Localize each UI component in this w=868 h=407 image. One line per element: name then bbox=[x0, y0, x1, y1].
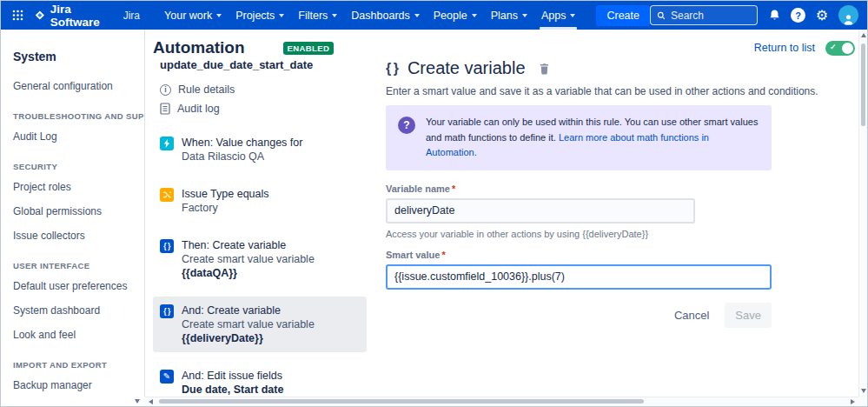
rule-details-link[interactable]: Rule details bbox=[153, 80, 367, 99]
nav-item-apps[interactable]: Apps bbox=[534, 1, 583, 30]
sidebar-title: System bbox=[1, 30, 144, 74]
smart-value-field: Smart value* bbox=[386, 250, 772, 290]
sidebar-item-general-configuration[interactable]: General configuration bbox=[1, 74, 144, 98]
horizontal-scrollbar[interactable] bbox=[145, 397, 858, 406]
variable-name-help: Access your variable in other actions by… bbox=[386, 229, 772, 239]
chevron-down-icon bbox=[472, 14, 477, 17]
cancel-button[interactable]: Cancel bbox=[674, 309, 709, 322]
sidebar-scroll-down-arrow[interactable] bbox=[135, 399, 140, 404]
step-subtitle: Factory bbox=[182, 201, 269, 215]
nav-item-your-work[interactable]: Your work bbox=[157, 1, 229, 30]
rule-step-then-create-variable[interactable]: Then: Create variable Create smart value… bbox=[153, 231, 367, 287]
chevron-down-icon bbox=[279, 14, 284, 17]
branch-icon bbox=[160, 188, 174, 202]
nav-item-dashboards[interactable]: Dashboards bbox=[344, 1, 426, 30]
step-title: Then: Create variable bbox=[182, 238, 315, 252]
scroll-left-arrow[interactable] bbox=[149, 399, 153, 404]
rule-enabled-toggle[interactable] bbox=[825, 41, 855, 56]
create-button[interactable]: Create bbox=[596, 5, 650, 26]
sidebar-item-backup-manager[interactable]: Backup manager bbox=[1, 373, 144, 397]
help-icon[interactable] bbox=[791, 8, 805, 23]
sidebar-item-look-and-feel[interactable]: Look and feel bbox=[1, 323, 144, 347]
braces-icon bbox=[386, 61, 398, 77]
sidebar-item-audit-log[interactable]: Audit Log bbox=[1, 124, 144, 149]
sidebar-item-project-roles[interactable]: Project roles bbox=[1, 175, 144, 199]
form-actions: Cancel Save bbox=[386, 303, 772, 328]
navbar-left: Jira Software Jira Your work Projects Fi… bbox=[10, 1, 650, 30]
trash-icon[interactable] bbox=[539, 63, 550, 75]
required-marker: * bbox=[452, 183, 455, 194]
chevron-down-icon bbox=[522, 14, 527, 17]
nav-item-people[interactable]: People bbox=[427, 1, 484, 30]
navbar-right bbox=[650, 5, 858, 25]
rule-step-and-create-variable[interactable]: And: Create variable Create smart value … bbox=[153, 297, 367, 352]
smart-value-input[interactable] bbox=[386, 264, 772, 290]
braces-icon bbox=[160, 239, 174, 253]
sidebar-item-default-user-preferences[interactable]: Default user preferences bbox=[1, 274, 144, 298]
sidebar-section-security: SECURITY bbox=[1, 149, 144, 175]
rule-nav: Rule details Audit log bbox=[153, 80, 367, 118]
rule-step-edit-issue-fields[interactable]: And: Edit issue fields Due date, Start d… bbox=[153, 362, 367, 397]
variable-name-field: Variable name* Access your variable in o… bbox=[386, 183, 772, 239]
form-description: Enter a smart value and save it as a var… bbox=[386, 85, 772, 97]
vertical-scroll-thumb[interactable] bbox=[861, 43, 865, 126]
notifications-icon[interactable] bbox=[765, 7, 783, 24]
scroll-right-arrow[interactable] bbox=[851, 399, 855, 404]
chevron-down-icon bbox=[570, 14, 575, 17]
jira-logo-icon bbox=[35, 9, 45, 22]
search-box[interactable] bbox=[650, 5, 758, 25]
nav-item-plans[interactable]: Plans bbox=[484, 1, 534, 30]
rule-steps-list: When: Value changes for Data Rilascio QA… bbox=[153, 129, 367, 397]
chevron-down-icon bbox=[216, 14, 222, 17]
app-switcher-icon[interactable] bbox=[10, 7, 26, 23]
rule-name: update_due_date_start_date bbox=[153, 58, 367, 71]
toggle-knob bbox=[842, 43, 853, 54]
nav-item-projects[interactable]: Projects bbox=[229, 1, 291, 30]
product-name: Jira Software bbox=[50, 3, 108, 29]
step-detail: {{dataQA}} bbox=[182, 266, 315, 280]
enabled-badge: ENABLED bbox=[283, 42, 335, 55]
sidebar-item-system-dashboard[interactable]: System dashboard bbox=[1, 298, 144, 323]
rule-step-condition[interactable]: Issue Type equals Factory bbox=[153, 180, 367, 222]
info-icon bbox=[160, 84, 171, 96]
settings-sidebar: System General configuration TROUBLESHOO… bbox=[1, 30, 145, 397]
nav-item-filters[interactable]: Filters bbox=[291, 1, 344, 30]
horizontal-scroll-thumb[interactable] bbox=[159, 399, 644, 404]
create-variable-form: Create variable Enter a smart value and … bbox=[386, 58, 772, 328]
step-title: When: Value changes for bbox=[182, 136, 302, 150]
search-icon bbox=[657, 10, 666, 21]
user-avatar[interactable] bbox=[838, 5, 858, 25]
smart-value-label: Smart value* bbox=[386, 250, 772, 260]
rule-steps-panel: update_due_date_start_date Rule details … bbox=[153, 58, 367, 397]
automation-main: Automation ENABLED Return to list update… bbox=[145, 30, 858, 397]
top-navbar: Jira Software Jira Your work Projects Fi… bbox=[1, 1, 867, 30]
form-header: Create variable bbox=[386, 58, 772, 78]
step-subtitle: Create smart value variable bbox=[182, 252, 315, 266]
required-marker: * bbox=[441, 250, 445, 260]
save-button[interactable]: Save bbox=[725, 303, 772, 328]
scroll-up-arrow[interactable] bbox=[861, 33, 866, 37]
sidebar-section-troubleshooting: TROUBLESHOOTING AND SUPPORT bbox=[1, 98, 144, 124]
page-title: Automation bbox=[153, 38, 245, 57]
question-icon bbox=[398, 117, 415, 134]
audit-log-link[interactable]: Audit log bbox=[153, 99, 367, 118]
automation-header: Automation ENABLED Return to list bbox=[145, 30, 858, 57]
rule-step-trigger[interactable]: When: Value changes for Data Rilascio QA bbox=[153, 129, 367, 170]
sidebar-section-user-interface: USER INTERFACE bbox=[1, 248, 144, 274]
settings-icon[interactable] bbox=[813, 7, 831, 24]
jira-logo[interactable]: Jira Software bbox=[35, 3, 108, 29]
chevron-down-icon bbox=[414, 14, 420, 17]
sidebar-section-import-export: IMPORT AND EXPORT bbox=[1, 347, 144, 373]
scrollbar-corner bbox=[858, 397, 867, 406]
person-icon bbox=[842, 13, 855, 25]
bolt-icon bbox=[160, 137, 174, 150]
scroll-down-arrow[interactable] bbox=[861, 389, 866, 393]
sidebar-item-issue-collectors[interactable]: Issue collectors bbox=[1, 224, 144, 248]
search-input[interactable] bbox=[671, 10, 751, 22]
info-banner-text: Your variable can only be used within th… bbox=[426, 115, 759, 161]
vertical-scrollbar[interactable] bbox=[858, 30, 867, 397]
variable-name-input[interactable] bbox=[386, 198, 695, 224]
rule-details-label: Rule details bbox=[178, 83, 235, 96]
return-to-list-link[interactable]: Return to list bbox=[754, 42, 815, 54]
sidebar-item-global-permissions[interactable]: Global permissions bbox=[1, 199, 144, 224]
